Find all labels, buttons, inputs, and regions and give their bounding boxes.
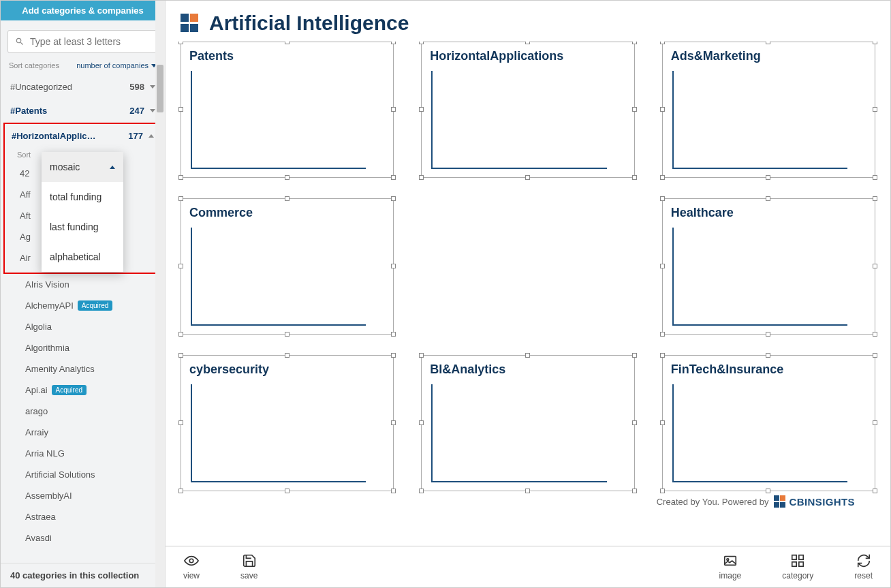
resize-handle[interactable] [285, 42, 290, 44]
resize-handle[interactable] [178, 489, 183, 493]
reset-button[interactable]: reset [854, 553, 873, 581]
category-card[interactable]: Patents [181, 42, 394, 178]
resize-handle[interactable] [873, 196, 877, 201]
view-button[interactable]: view [183, 553, 200, 581]
resize-handle[interactable] [419, 42, 424, 44]
resize-handle[interactable] [391, 489, 396, 493]
resize-handle[interactable] [766, 175, 770, 180]
resize-handle[interactable] [525, 353, 530, 358]
resize-handle[interactable] [178, 42, 183, 44]
resize-handle[interactable] [178, 196, 183, 201]
list-item[interactable]: arago [25, 401, 165, 422]
dropdown-option[interactable]: total funding [42, 182, 123, 212]
search-input[interactable] [30, 36, 151, 47]
sort-dropdown[interactable]: number of companies [76, 61, 157, 69]
dropdown-option[interactable]: alphabetical [42, 242, 123, 272]
category-card[interactable]: HorizontalApplications [421, 42, 634, 178]
category-card[interactable]: Healthcare [662, 198, 875, 335]
resize-handle[interactable] [873, 420, 877, 425]
resize-handle[interactable] [766, 489, 770, 493]
resize-handle[interactable] [285, 196, 290, 201]
scrollbar[interactable] [155, 1, 165, 587]
resize-handle[interactable] [632, 175, 637, 180]
resize-handle[interactable] [391, 264, 396, 268]
resize-handle[interactable] [632, 489, 637, 493]
resize-handle[interactable] [419, 489, 424, 493]
resize-handle[interactable] [873, 42, 877, 44]
resize-handle[interactable] [391, 332, 396, 337]
resize-handle[interactable] [660, 42, 665, 44]
list-item[interactable]: AlchemyAPIAcquired [25, 295, 165, 316]
list-item[interactable]: Artificial Solutions [25, 464, 165, 485]
category-card[interactable]: Commerce [181, 198, 394, 335]
list-item[interactable]: Arraiy [25, 422, 165, 443]
save-button[interactable]: save [240, 553, 257, 581]
resize-handle[interactable] [660, 264, 665, 268]
resize-handle[interactable] [660, 489, 665, 493]
resize-handle[interactable] [178, 353, 183, 358]
resize-handle[interactable] [285, 489, 290, 493]
resize-handle[interactable] [419, 175, 424, 180]
resize-handle[interactable] [766, 353, 770, 358]
list-item[interactable]: Astraea [25, 506, 165, 527]
category-list[interactable]: #Uncategorized 598 #Patents 247 #Horizon… [1, 75, 165, 563]
resize-handle[interactable] [178, 107, 183, 112]
resize-handle[interactable] [178, 175, 183, 180]
resize-handle[interactable] [285, 353, 290, 358]
resize-handle[interactable] [660, 175, 665, 180]
scrollbar-thumb[interactable] [157, 65, 163, 112]
resize-handle[interactable] [391, 353, 396, 358]
resize-handle[interactable] [178, 264, 183, 268]
list-item[interactable]: Api.aiAcquired [25, 380, 165, 401]
resize-handle[interactable] [391, 42, 396, 44]
resize-handle[interactable] [632, 353, 637, 358]
category-card[interactable]: FinTech&Insurance [662, 355, 875, 491]
resize-handle[interactable] [391, 175, 396, 180]
category-button[interactable]: category [782, 553, 813, 581]
resize-handle[interactable] [766, 42, 770, 44]
resize-handle[interactable] [660, 107, 665, 112]
category-item-patents[interactable]: #Patents 247 [1, 99, 165, 123]
resize-handle[interactable] [632, 107, 637, 112]
sidebar-header[interactable]: Add categories & companies [1, 1, 165, 20]
resize-handle[interactable] [178, 420, 183, 425]
search-input-wrap[interactable] [7, 30, 158, 53]
resize-handle[interactable] [178, 332, 183, 337]
resize-handle[interactable] [525, 175, 530, 180]
resize-handle[interactable] [766, 196, 770, 201]
resize-handle[interactable] [660, 332, 665, 337]
resize-handle[interactable] [660, 196, 665, 201]
resize-handle[interactable] [873, 175, 877, 180]
category-card[interactable]: Ads&Marketing [662, 42, 875, 178]
list-item[interactable]: Algolia [25, 316, 165, 337]
resize-handle[interactable] [285, 175, 290, 180]
image-button[interactable]: image [719, 553, 742, 581]
resize-handle[interactable] [873, 264, 877, 268]
list-item[interactable]: Algorithmia [25, 337, 165, 358]
resize-handle[interactable] [873, 332, 877, 337]
resize-handle[interactable] [873, 107, 877, 112]
resize-handle[interactable] [419, 353, 424, 358]
resize-handle[interactable] [873, 489, 877, 493]
list-item[interactable]: Amenity Analytics [25, 358, 165, 380]
resize-handle[interactable] [285, 332, 290, 337]
resize-handle[interactable] [525, 42, 530, 44]
category-item-uncategorized[interactable]: #Uncategorized 598 [1, 75, 165, 99]
resize-handle[interactable] [391, 420, 396, 425]
dropdown-option[interactable]: mosaic [42, 152, 123, 182]
list-item[interactable]: Avasdi [25, 527, 165, 548]
resize-handle[interactable] [525, 489, 530, 493]
resize-handle[interactable] [660, 353, 665, 358]
list-item[interactable]: AssemblyAI [25, 485, 165, 506]
resize-handle[interactable] [873, 353, 877, 358]
category-card[interactable]: BI&Analytics [421, 355, 634, 491]
resize-handle[interactable] [660, 420, 665, 425]
resize-handle[interactable] [419, 420, 424, 425]
resize-handle[interactable] [419, 107, 424, 112]
list-item[interactable]: Arria NLG [25, 443, 165, 464]
resize-handle[interactable] [391, 196, 396, 201]
dropdown-option[interactable]: last funding [42, 212, 123, 242]
resize-handle[interactable] [632, 42, 637, 44]
resize-handle[interactable] [391, 107, 396, 112]
category-item-horizontal[interactable]: #HorizontalApplicatio 177 [5, 125, 161, 146]
